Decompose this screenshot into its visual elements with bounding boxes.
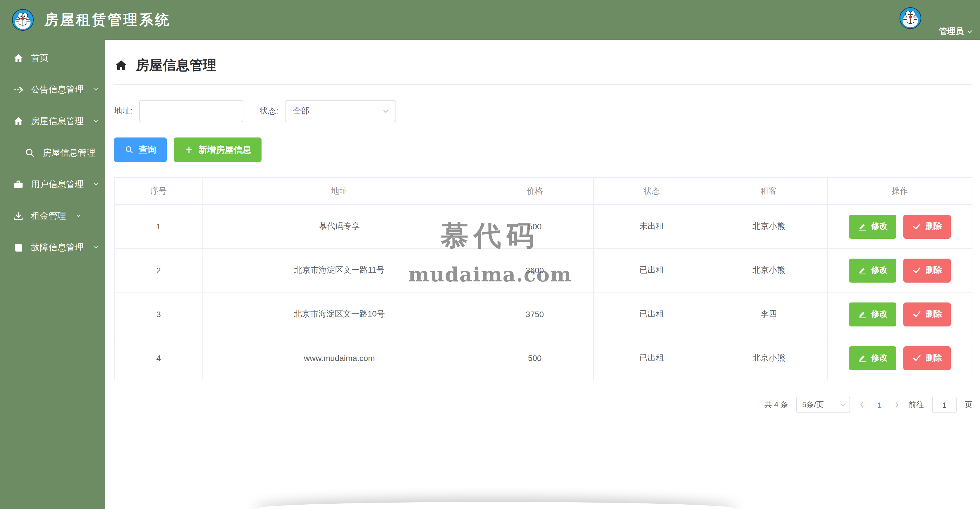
cell-tenant: 北京小熊 [710, 205, 827, 248]
delete-button[interactable]: 删除 [904, 215, 951, 239]
edit-button[interactable]: 修改 [849, 346, 896, 370]
pagination-total: 共 4 条 [764, 399, 788, 410]
house-icon [13, 116, 24, 127]
goto-page-input[interactable] [932, 397, 956, 413]
page-header: 房屋信息管理 [114, 56, 972, 74]
status-label: 状态: [260, 106, 278, 116]
chevron-down-icon [967, 29, 973, 35]
add-house-button[interactable]: 新增房屋信息 [174, 137, 261, 162]
sidebar-item-label: 首页 [31, 52, 49, 64]
house-table-wrap: 序号 地址 价格 状态 租客 操作 1 慕代码专享 500 未出租 北京小熊 [114, 177, 972, 380]
cell-tenant: 北京小熊 [710, 336, 827, 380]
check-icon [912, 222, 921, 231]
user-avatar[interactable] [899, 7, 921, 29]
cell-seq: 2 [115, 248, 203, 292]
sidebar-item-label: 房屋信息管理 [31, 116, 84, 127]
search-icon [25, 147, 36, 158]
main-content: 房屋信息管理 地址: 状态: 全部 查询 新增房屋信息 [105, 40, 980, 509]
chevron-down-icon [93, 245, 99, 250]
sidebar-item-home[interactable]: 首页 [0, 42, 105, 74]
delete-button[interactable]: 删除 [904, 258, 951, 282]
divider [114, 84, 972, 85]
cell-actions: 修改 删除 [827, 248, 972, 292]
cell-status: 未出租 [593, 205, 710, 248]
chevron-down-icon [840, 402, 846, 408]
edit-pencil-icon [858, 353, 867, 363]
book-icon [13, 242, 24, 253]
cell-address: 北京市海淀区文一路10号 [203, 292, 476, 336]
cell-seq: 3 [115, 292, 203, 336]
col-header-actions: 操作 [827, 178, 972, 205]
chevron-down-icon [382, 107, 390, 115]
cell-address: 北京市海淀区文一路11号 [203, 248, 476, 292]
prev-page-button[interactable] [858, 401, 865, 408]
address-input[interactable] [139, 100, 243, 122]
sidebar-item-announcements[interactable]: 公告信息管理 [0, 74, 105, 105]
cell-status: 已出租 [593, 292, 710, 336]
table-header-row: 序号 地址 价格 状态 租客 操作 [115, 178, 972, 205]
col-header-status: 状态 [593, 178, 710, 205]
cell-actions: 修改 删除 [827, 336, 972, 380]
edit-button[interactable]: 修改 [849, 215, 896, 239]
edit-button[interactable]: 修改 [849, 302, 896, 326]
cell-seq: 4 [115, 336, 203, 380]
cell-address: 慕代码专享 [203, 205, 476, 248]
chevron-down-icon [93, 87, 99, 92]
table-row: 3 北京市海淀区文一路10号 3750 已出租 李四 修改 删除 [115, 292, 972, 336]
app-logo-icon [12, 9, 34, 31]
page-title: 房屋信息管理 [136, 56, 216, 74]
plus-icon [184, 145, 194, 154]
user-menu[interactable]: 管理员 [939, 26, 973, 37]
cell-price: 500 [476, 336, 593, 380]
edit-pencil-icon [858, 310, 867, 319]
delete-button[interactable]: 删除 [904, 302, 951, 326]
sidebar-item-label: 房屋信息管理 [43, 147, 95, 158]
action-bar: 查询 新增房屋信息 [114, 137, 972, 162]
page-size-value: 5条/页 [802, 399, 824, 410]
table-row: 2 北京市海淀区文一路11号 3600 已出租 北京小熊 修改 删除 [115, 248, 972, 292]
user-area: 管理员 [863, 0, 980, 40]
col-header-price: 价格 [476, 178, 593, 205]
cell-tenant: 北京小熊 [710, 248, 827, 292]
sidebar-item-label: 故障信息管理 [31, 242, 84, 253]
app-title: 房屋租赁管理系统 [45, 11, 171, 29]
cell-price: 3750 [476, 292, 593, 336]
user-name: 管理员 [939, 26, 964, 37]
status-select[interactable]: 全部 [285, 100, 396, 122]
address-label: 地址: [114, 106, 133, 116]
app-window: 房屋租赁管理系统 管理员 首页 公告信息管理 房屋信息管理 房屋信息管理 [0, 0, 980, 509]
sidebar-item-label: 公告信息管理 [31, 84, 84, 95]
next-page-button[interactable] [893, 401, 900, 408]
search-button[interactable]: 查询 [114, 137, 167, 162]
edit-button[interactable]: 修改 [849, 258, 896, 282]
cell-actions: 修改 删除 [827, 205, 972, 248]
check-icon [912, 266, 921, 275]
goto-label: 前往 [908, 399, 924, 410]
table-row: 1 慕代码专享 500 未出租 北京小熊 修改 删除 [115, 205, 972, 248]
cell-actions: 修改 删除 [827, 292, 972, 336]
sidebar-item-users[interactable]: 用户信息管理 [0, 169, 105, 200]
sidebar: 首页 公告信息管理 房屋信息管理 房屋信息管理 用户信息管理 租金管理 [0, 40, 105, 509]
cell-tenant: 李四 [710, 292, 827, 336]
sidebar-item-faults[interactable]: 故障信息管理 [0, 232, 105, 263]
page-size-select[interactable]: 5条/页 [796, 397, 850, 413]
chevron-down-icon [93, 181, 99, 187]
table-row: 4 www.mudaima.com 500 已出租 北京小熊 修改 删除 [115, 336, 972, 380]
edit-pencil-icon [858, 222, 867, 231]
house-icon [114, 58, 128, 72]
sidebar-item-rent[interactable]: 租金管理 [0, 200, 105, 232]
cell-price: 500 [476, 205, 593, 248]
col-header-seq: 序号 [115, 178, 203, 205]
sidebar-item-houses[interactable]: 房屋信息管理 [0, 105, 105, 137]
sidebar-item-label: 租金管理 [31, 210, 66, 221]
sidebar-item-label: 用户信息管理 [31, 179, 84, 190]
sidebar-subitem-houses[interactable]: 房屋信息管理 [0, 137, 105, 169]
brand: 房屋租赁管理系统 [0, 9, 171, 31]
download-icon [13, 210, 24, 221]
check-icon [912, 310, 921, 319]
page-number-1[interactable]: 1 [873, 401, 885, 409]
check-icon [912, 353, 921, 363]
arrow-right-icon [13, 84, 24, 95]
delete-button[interactable]: 删除 [904, 346, 951, 370]
cell-price: 3600 [476, 248, 593, 292]
